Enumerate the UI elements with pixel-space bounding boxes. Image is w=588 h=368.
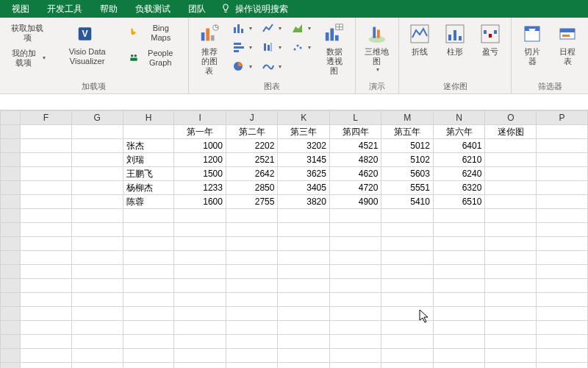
cell-P5[interactable] bbox=[537, 181, 588, 195]
cell-H12[interactable] bbox=[123, 279, 174, 293]
cell-I17[interactable] bbox=[174, 349, 226, 363]
cell-M2[interactable]: 5012 bbox=[381, 139, 433, 153]
get-addins-button[interactable]: 获取加载项 bbox=[6, 21, 49, 44]
cell-O10[interactable] bbox=[485, 251, 537, 265]
cell-J6[interactable]: 2755 bbox=[226, 195, 277, 209]
cell-I13[interactable] bbox=[174, 293, 226, 307]
cell-J7[interactable] bbox=[226, 209, 277, 223]
cell-I6[interactable]: 1600 bbox=[174, 195, 226, 209]
cell-L4[interactable]: 4620 bbox=[329, 167, 381, 181]
cell-H4[interactable]: 王鹏飞 bbox=[123, 167, 174, 181]
cell-O17[interactable] bbox=[485, 349, 537, 363]
cell-K13[interactable] bbox=[278, 293, 329, 307]
column-header-H[interactable]: H bbox=[123, 111, 174, 125]
cell-P18[interactable] bbox=[537, 363, 588, 369]
cell-O13[interactable] bbox=[485, 293, 537, 307]
cell-G13[interactable] bbox=[71, 293, 123, 307]
cell-P10[interactable] bbox=[537, 251, 588, 265]
cell-N9[interactable] bbox=[433, 237, 484, 251]
cell-P15[interactable] bbox=[537, 321, 588, 335]
cell-P2[interactable] bbox=[537, 139, 588, 153]
cell-I18[interactable] bbox=[174, 363, 226, 369]
cell-L16[interactable] bbox=[329, 335, 381, 349]
cell-P13[interactable] bbox=[537, 293, 588, 307]
cell-M8[interactable] bbox=[381, 223, 433, 237]
pivot-chart-button[interactable]: 数据透视图 bbox=[320, 21, 349, 77]
cell-H5[interactable]: 杨柳杰 bbox=[123, 181, 174, 195]
column-header-O[interactable]: O bbox=[485, 111, 537, 125]
cell-P11[interactable] bbox=[537, 265, 588, 279]
cell-I4[interactable]: 1500 bbox=[174, 167, 226, 181]
cell-F12[interactable] bbox=[21, 279, 72, 293]
menu-view[interactable]: 视图 bbox=[3, 3, 38, 15]
cell-K8[interactable] bbox=[278, 223, 329, 237]
column-header-P[interactable]: P bbox=[537, 111, 588, 125]
cell-L3[interactable]: 4820 bbox=[329, 153, 381, 167]
area-chart-button[interactable]: ▾ bbox=[289, 21, 314, 35]
cell-H18[interactable] bbox=[123, 363, 174, 369]
cell-F1[interactable] bbox=[21, 125, 72, 139]
sparkline-winloss-button[interactable]: 盈亏 bbox=[476, 21, 505, 58]
column-header-J[interactable]: J bbox=[226, 111, 277, 125]
cell-J9[interactable] bbox=[226, 237, 277, 251]
cell-L17[interactable] bbox=[329, 349, 381, 363]
column-header-N[interactable]: N bbox=[433, 111, 484, 125]
cell-J18[interactable] bbox=[226, 363, 277, 369]
cell-K1[interactable]: 第三年 bbox=[278, 125, 329, 139]
cell-L8[interactable] bbox=[329, 223, 381, 237]
cell-F17[interactable] bbox=[21, 349, 72, 363]
formula-bar[interactable] bbox=[0, 94, 588, 110]
bing-maps-button[interactable]: Bing Maps bbox=[126, 21, 182, 44]
cell-O1[interactable]: 迷你图 bbox=[485, 125, 537, 139]
cell-H15[interactable] bbox=[123, 321, 174, 335]
column-header-K[interactable]: K bbox=[278, 111, 329, 125]
cell-F7[interactable] bbox=[21, 209, 72, 223]
cell-H11[interactable] bbox=[123, 265, 174, 279]
row-header[interactable] bbox=[1, 167, 21, 181]
cell-M5[interactable]: 5551 bbox=[381, 181, 433, 195]
recommended-charts-button[interactable]: 推荐的图表 bbox=[195, 21, 224, 77]
cell-H16[interactable] bbox=[123, 335, 174, 349]
cell-K7[interactable] bbox=[278, 209, 329, 223]
cell-G2[interactable] bbox=[71, 139, 123, 153]
cell-O16[interactable] bbox=[485, 335, 537, 349]
cell-O5[interactable] bbox=[485, 181, 537, 195]
row-header[interactable] bbox=[1, 181, 21, 195]
cell-I14[interactable] bbox=[174, 307, 226, 321]
cell-O9[interactable] bbox=[485, 237, 537, 251]
cell-J12[interactable] bbox=[226, 279, 277, 293]
cell-L6[interactable]: 4900 bbox=[329, 195, 381, 209]
menu-help[interactable]: 帮助 bbox=[91, 3, 126, 15]
cell-N8[interactable] bbox=[433, 223, 484, 237]
cell-M10[interactable] bbox=[381, 251, 433, 265]
cell-I11[interactable] bbox=[174, 265, 226, 279]
column-header-G[interactable]: G bbox=[71, 111, 123, 125]
tell-me-search[interactable]: 操作说明搜索 bbox=[215, 3, 294, 15]
3d-map-button[interactable]: 三维地图 ▾ bbox=[362, 21, 392, 74]
cell-O6[interactable] bbox=[485, 195, 537, 209]
cell-M4[interactable]: 5603 bbox=[381, 167, 433, 181]
cell-P6[interactable] bbox=[537, 195, 588, 209]
cell-F8[interactable] bbox=[21, 223, 72, 237]
cell-F11[interactable] bbox=[21, 265, 72, 279]
cell-I5[interactable]: 1233 bbox=[174, 181, 226, 195]
cell-M6[interactable]: 5410 bbox=[381, 195, 433, 209]
cell-I3[interactable]: 1200 bbox=[174, 153, 226, 167]
stats-chart-button[interactable]: ▾ bbox=[259, 40, 284, 54]
cell-O2[interactable] bbox=[485, 139, 537, 153]
cell-M7[interactable] bbox=[381, 209, 433, 223]
cell-N18[interactable] bbox=[433, 363, 484, 369]
cell-M9[interactable] bbox=[381, 237, 433, 251]
cell-O18[interactable] bbox=[485, 363, 537, 369]
cell-G7[interactable] bbox=[71, 209, 123, 223]
cell-M13[interactable] bbox=[381, 293, 433, 307]
cell-F5[interactable] bbox=[21, 181, 72, 195]
cell-N5[interactable]: 6320 bbox=[433, 181, 484, 195]
select-all-corner[interactable] bbox=[1, 111, 21, 125]
bar-chart-button[interactable]: ▾ bbox=[230, 40, 255, 54]
cell-J11[interactable] bbox=[226, 265, 277, 279]
cell-P8[interactable] bbox=[537, 223, 588, 237]
cell-P14[interactable] bbox=[537, 307, 588, 321]
cell-K12[interactable] bbox=[278, 279, 329, 293]
cell-O12[interactable] bbox=[485, 279, 537, 293]
